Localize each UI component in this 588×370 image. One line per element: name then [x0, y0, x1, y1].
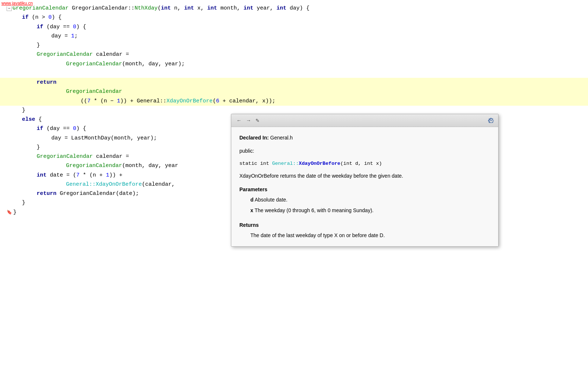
returns-title: Returns	[239, 221, 490, 229]
forward-button[interactable]: →	[245, 117, 253, 124]
code-line-10: GregorianCalendar	[0, 87, 588, 96]
doc-description: XdayOnOrBefore returns the date of the w…	[239, 172, 490, 180]
code-line-1: −GregorianCalendar GregorianCalendar::Nt…	[0, 4, 588, 13]
code-line-4: day = 1;	[0, 32, 588, 41]
back-button[interactable]: ←	[235, 117, 243, 124]
params-title: Parameters	[239, 185, 490, 193]
doc-popup-toolbar: ← → ✎︎	[231, 114, 498, 127]
bookmark-icon: 🔖	[7, 209, 12, 216]
access-modifier-line: public:	[239, 147, 490, 155]
param-x: x The weekday (0 through 6, with 0 meani…	[250, 206, 490, 214]
doc-popup-content: Declared In: General.h public: static in…	[231, 127, 498, 246]
access-modifier: public:	[239, 148, 254, 154]
code-line-11: ((7 * (n − 1)) + General::XdayOnOrBefore…	[0, 97, 588, 106]
params-section: Parameters d Absolute date. x The weekda…	[239, 185, 490, 214]
declared-value: General.h	[270, 135, 293, 141]
code-line-2: if (n > 0) {	[0, 13, 588, 22]
returns-section: Returns The date of the last weekday of …	[239, 221, 490, 240]
code-line-8	[0, 69, 588, 78]
code-line-9: return	[0, 78, 588, 87]
watermark: www.javatiku.cn	[0, 0, 34, 7]
settings-button[interactable]	[488, 116, 495, 124]
code-line-6: GregorianCalendar calendar =	[0, 50, 588, 59]
doc-signature: static int General::XdayOnOrBefore(int d…	[239, 160, 490, 168]
doc-declared: Declared In: General.h	[239, 134, 490, 142]
code-line-5: }	[0, 41, 588, 50]
collapse-icon-1[interactable]: −	[7, 6, 12, 11]
code-line-7: GregorianCalendar(month, day, year);	[0, 59, 588, 69]
param-d: d Absolute date.	[250, 196, 490, 204]
code-line-3: if (day == 0) {	[0, 22, 588, 32]
declared-label: Declared In:	[239, 135, 269, 141]
edit-button[interactable]: ✎︎	[254, 117, 261, 124]
doc-popup: ← → ✎︎ Declared In: General.h public: st…	[231, 114, 499, 247]
returns-desc: The date of the last weekday of type X o…	[250, 231, 490, 239]
